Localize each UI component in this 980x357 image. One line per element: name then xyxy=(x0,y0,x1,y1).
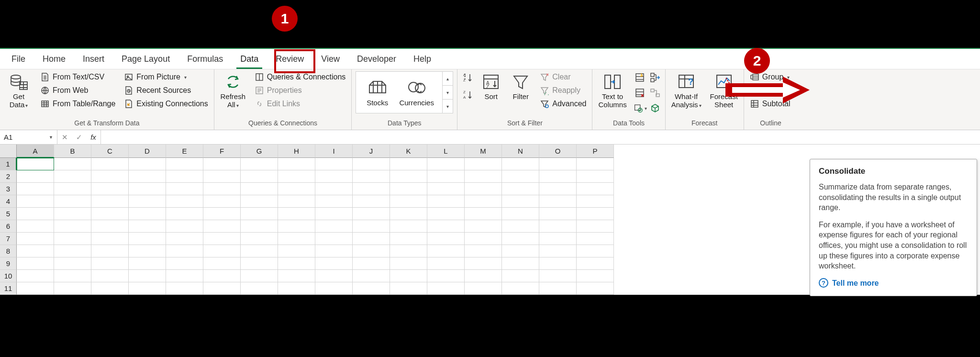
cell[interactable] xyxy=(17,195,54,208)
cell[interactable] xyxy=(465,257,502,270)
row-header[interactable]: 7 xyxy=(0,233,17,245)
cell[interactable] xyxy=(427,233,465,245)
sort-desc-button[interactable]: ZA xyxy=(461,89,474,101)
column-header[interactable]: D xyxy=(129,145,166,158)
cell[interactable] xyxy=(539,158,577,170)
cell[interactable] xyxy=(502,257,539,270)
cell[interactable] xyxy=(17,257,54,270)
cell[interactable] xyxy=(353,220,390,233)
cell[interactable] xyxy=(241,208,278,220)
cell[interactable] xyxy=(427,195,465,208)
select-all-box[interactable] xyxy=(0,145,17,158)
row-header[interactable]: 11 xyxy=(0,282,17,295)
cell[interactable] xyxy=(17,245,54,257)
cell[interactable] xyxy=(465,233,502,245)
cell[interactable] xyxy=(390,245,427,257)
cell[interactable] xyxy=(91,257,129,270)
cell[interactable] xyxy=(241,158,278,170)
cell[interactable] xyxy=(54,270,91,282)
cell[interactable] xyxy=(166,270,203,282)
column-header[interactable]: J xyxy=(353,145,390,158)
cell[interactable] xyxy=(465,282,502,295)
cell[interactable] xyxy=(278,220,315,233)
cell[interactable] xyxy=(577,245,614,257)
cell[interactable] xyxy=(203,270,241,282)
subtotal-button[interactable]: Subtotal xyxy=(748,98,793,110)
stocks-type[interactable]: Stocks xyxy=(367,78,389,107)
cell[interactable] xyxy=(166,282,203,295)
column-header[interactable]: N xyxy=(502,145,539,158)
column-header[interactable]: O xyxy=(539,145,577,158)
cell[interactable] xyxy=(17,170,54,183)
cell[interactable] xyxy=(54,195,91,208)
cell[interactable] xyxy=(54,220,91,233)
cell[interactable] xyxy=(241,220,278,233)
cell[interactable] xyxy=(91,220,129,233)
cell[interactable] xyxy=(241,195,278,208)
flash-fill-button[interactable] xyxy=(634,71,646,84)
enter-formula-button[interactable]: ✓ xyxy=(72,130,86,145)
scroll-down-button[interactable]: ▾ xyxy=(443,86,453,100)
cell[interactable] xyxy=(577,158,614,170)
existing-connections-button[interactable]: Existing Connections xyxy=(122,98,210,110)
from-table-range-button[interactable]: From Table/Range xyxy=(38,98,117,110)
cell[interactable] xyxy=(129,220,166,233)
cell[interactable] xyxy=(54,158,91,170)
cell[interactable] xyxy=(241,233,278,245)
cell[interactable] xyxy=(502,245,539,257)
cancel-formula-button[interactable]: ✕ xyxy=(57,130,72,145)
cell[interactable] xyxy=(502,220,539,233)
cell[interactable] xyxy=(315,158,353,170)
cell[interactable] xyxy=(278,158,315,170)
cell[interactable] xyxy=(17,282,54,295)
cell[interactable] xyxy=(315,282,353,295)
cell[interactable] xyxy=(129,245,166,257)
data-validation-button[interactable]: ▾ xyxy=(634,102,646,114)
cell[interactable] xyxy=(390,270,427,282)
cell[interactable] xyxy=(390,257,427,270)
cell[interactable] xyxy=(54,257,91,270)
cell[interactable] xyxy=(166,158,203,170)
edit-links-button[interactable]: Edit Links xyxy=(253,98,348,110)
cell[interactable] xyxy=(427,208,465,220)
cell[interactable] xyxy=(390,282,427,295)
cell[interactable] xyxy=(353,183,390,195)
cell[interactable] xyxy=(315,245,353,257)
tab-formulas[interactable]: Formulas xyxy=(178,49,232,69)
cell[interactable] xyxy=(241,245,278,257)
cell[interactable] xyxy=(390,183,427,195)
sort-asc-button[interactable]: AZ xyxy=(461,71,474,84)
cell[interactable] xyxy=(315,270,353,282)
from-text-csv-button[interactable]: From Text/CSV xyxy=(38,71,117,83)
cell[interactable] xyxy=(166,183,203,195)
cell[interactable] xyxy=(427,220,465,233)
column-header[interactable]: F xyxy=(203,145,241,158)
cell[interactable] xyxy=(502,233,539,245)
cell[interactable] xyxy=(427,170,465,183)
cell[interactable] xyxy=(539,170,577,183)
cell[interactable] xyxy=(166,257,203,270)
from-web-button[interactable]: From Web xyxy=(38,85,117,96)
cell[interactable] xyxy=(315,220,353,233)
cell[interactable] xyxy=(203,245,241,257)
clear-filter-button[interactable]: Clear xyxy=(538,71,588,83)
cell[interactable] xyxy=(91,208,129,220)
reapply-button[interactable]: Reapply xyxy=(538,85,588,96)
cell[interactable] xyxy=(166,170,203,183)
cell[interactable] xyxy=(427,270,465,282)
ungroup-button[interactable]: Ungroup xyxy=(748,85,793,96)
tab-file[interactable]: File xyxy=(3,49,34,69)
cell[interactable] xyxy=(17,208,54,220)
cell[interactable] xyxy=(577,195,614,208)
currencies-type[interactable]: Currencies xyxy=(399,78,434,107)
cell[interactable] xyxy=(577,208,614,220)
cell[interactable] xyxy=(427,282,465,295)
cell[interactable] xyxy=(129,183,166,195)
tab-developer[interactable]: Developer xyxy=(348,49,405,69)
cell[interactable] xyxy=(465,220,502,233)
cell[interactable] xyxy=(203,282,241,295)
cell[interactable] xyxy=(129,282,166,295)
cell[interactable] xyxy=(241,270,278,282)
cell[interactable] xyxy=(539,220,577,233)
cell[interactable] xyxy=(315,195,353,208)
